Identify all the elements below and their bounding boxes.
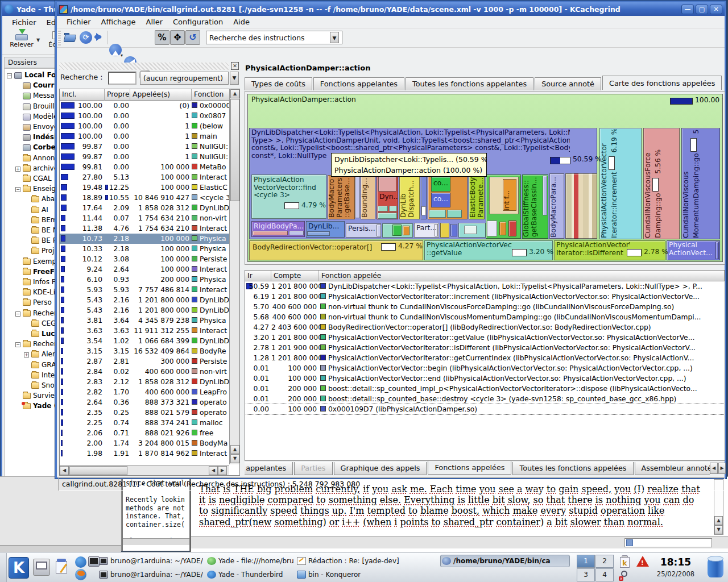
treemap-block[interactable] (307, 231, 330, 236)
function-row[interactable]: 6.100.93200 000Physica (60, 275, 230, 285)
event-type-combo[interactable]: Recherche des instructions ▼ (206, 31, 342, 44)
function-row[interactable]: 99.810.00100 000MetaBo (60, 162, 230, 172)
desktop-pager[interactable]: 1234 (577, 555, 614, 581)
tb-menu-Fichier[interactable]: Fichier (7, 17, 42, 28)
taskbar-button[interactable]: bin - Konqueror (296, 568, 439, 581)
treemap-block[interactable] (543, 176, 547, 215)
folder-item[interactable]: Modèle (33, 113, 57, 120)
taskbar-button[interactable]: Rédaction : Re: [yade-dev] (296, 555, 439, 567)
taskbar-button[interactable]: /home/bruno/YADE/bin/ca (440, 555, 570, 567)
folder-item[interactable]: Indési (33, 133, 56, 141)
treemap-block[interactable] (450, 224, 457, 236)
function-row[interactable]: 11.384.761 754 634 210Interact (60, 223, 230, 234)
treemap-block[interactable] (389, 206, 397, 211)
folder-item[interactable]: Yade ( (33, 402, 57, 410)
function-row[interactable]: 99.870.001NullGUI: (60, 152, 230, 162)
klipper-tray-icon[interactable]: k (619, 555, 631, 569)
column-header-Incl.[interactable]: Incl. (60, 89, 105, 101)
function-row[interactable]: 2.350.25888 021 579operato (60, 408, 230, 418)
kcachegrind-menubar[interactable]: FichierAffichageAllerConfigurationAide (57, 16, 725, 28)
treemap-block[interactable] (447, 210, 462, 218)
function-row[interactable]: 3.541.021 066 684 399DynLibD (60, 336, 230, 346)
kcg-menu-Affichage[interactable]: Affichage (96, 16, 141, 27)
open-file-icon[interactable] (64, 31, 77, 44)
get-mail-dropdown[interactable]: ▼ (36, 38, 40, 43)
function-row[interactable]: 1.981.911 870 814 962Interact (60, 448, 230, 459)
percentage-toggle[interactable]: % (155, 30, 169, 45)
function-row[interactable]: 100.000.00(0)0x00000 (60, 101, 230, 111)
panel-hide-button[interactable] (0, 553, 7, 582)
function-row[interactable]: 2.640.36888 373 321operato (60, 397, 230, 408)
function-row[interactable]: 3.633.6311 911 312 255Interact (60, 326, 230, 336)
callee-row[interactable]: 3.201 201 800 000PhysicalActionVectorVec… (245, 332, 725, 343)
device-tray-icon[interactable] (706, 555, 725, 581)
get-mail-button[interactable]: Relever (7, 30, 36, 48)
folder-item[interactable]: Annon (33, 154, 55, 162)
treemap-block[interactable] (378, 213, 397, 219)
tab-Carte des fonctions appelées[interactable]: Carte des fonctions appelées (602, 76, 722, 90)
function-row[interactable]: 2.821.70400 600 000LeapFro (60, 387, 230, 397)
kcg-menu-Aide[interactable]: Aide (228, 16, 255, 27)
kmenu-button[interactable]: K (9, 557, 29, 579)
kcg-menu-Configuration[interactable]: Configuration (168, 16, 228, 27)
function-row[interactable]: 100.000.001main (60, 131, 230, 142)
bottom-tab-Assembleur annoté[interactable]: Assembleur annoté (635, 462, 710, 475)
tabs-scroll-left[interactable]: ◀ (710, 463, 718, 474)
function-row[interactable]: 3.813.644 345 879 238Physica (60, 315, 230, 326)
function-row[interactable]: 100.000.001(below (60, 121, 230, 131)
column-header-Propre[interactable]: Propre (105, 89, 130, 101)
function-row[interactable]: 2.250.74888 374 241malloc (60, 418, 230, 428)
bottom-tab-Fonctions appelantes[interactable]: Fonctions appelantes (245, 462, 293, 475)
pager-desktop-4[interactable]: 4 (595, 568, 614, 581)
scroll-down-button[interactable]: ▼ (714, 525, 723, 534)
folder-item[interactable]: Recher (33, 309, 57, 317)
thunderbird-launcher-icon[interactable] (75, 556, 86, 568)
minimize-button[interactable]: — (681, 5, 694, 14)
toolbar-handle[interactable] (58, 31, 61, 45)
treemap-block[interactable] (487, 221, 497, 236)
function-row[interactable]: 18.8910.5510 846 910 427<cycle 3 (60, 193, 230, 203)
callee-row[interactable]: 0.01200 000boost::detail::sp_counted_bas… (245, 394, 725, 404)
go-up-icon[interactable]: ▾ (109, 44, 122, 56)
treemap-block[interactable] (421, 206, 426, 215)
clock[interactable]: 18:15 (653, 556, 698, 568)
klipper-icon[interactable] (55, 559, 71, 576)
folder-item[interactable]: Aba (42, 195, 55, 203)
close-button[interactable]: ✕ (710, 5, 722, 14)
bottom-tab-Toutes les fonctions appelées[interactable]: Toutes les fonctions appelées (512, 462, 633, 475)
function-row[interactable]: 2.840.02400 600 000non-virt (60, 367, 230, 377)
dock-close-button[interactable]: ✕ (231, 62, 239, 70)
list-column-Compte[interactable]: Compte (271, 271, 319, 281)
taskbar-button[interactable]: Yade - file:///home/bruno/YA (206, 555, 294, 567)
date[interactable]: 25/02/2008 (653, 570, 698, 578)
function-row[interactable]: 100.000.0010x0807 (60, 111, 230, 121)
callee-row[interactable]: 1.281 201 800 000PhysicalActionVectorVec… (245, 353, 725, 363)
tree-expander[interactable]: − (15, 311, 20, 317)
reload-icon[interactable]: ⟳ (80, 31, 92, 44)
function-row[interactable]: 19.4812.25100 000ElasticC (60, 182, 230, 193)
scroll-down-icon[interactable]: ▼ (230, 454, 239, 463)
grouping-combo[interactable]: (aucun regroupement) (140, 72, 229, 85)
folder-item[interactable]: Sno (42, 381, 55, 389)
folder-item[interactable]: Recher (33, 340, 57, 348)
pager-desktop-1[interactable]: 1 (577, 555, 595, 568)
tree-expander[interactable]: − (15, 342, 20, 347)
treemap-block[interactable] (378, 206, 388, 211)
function-row[interactable]: 17.642.091 858 028 312DynLibD (60, 203, 230, 213)
function-row[interactable]: 27.805.13100 000Interact (60, 172, 230, 182)
cycle-detection-toggle[interactable]: ↺ (185, 30, 200, 45)
treemap-block[interactable] (289, 231, 304, 235)
bottom-tab-Graphique des appels[interactable]: Graphique des appels (334, 462, 427, 475)
function-row[interactable]: 2.001.743 204 800 015BodyMa (60, 438, 230, 448)
dock-handle[interactable] (59, 63, 229, 70)
firefox-launcher-icon[interactable] (75, 569, 86, 580)
tree-expander[interactable]: − (7, 73, 12, 78)
function-row[interactable]: 9.242.64100 000Interact (60, 264, 230, 275)
folder-item[interactable]: AI (42, 206, 48, 214)
kcg-menu-Fichier[interactable]: Fichier (61, 16, 96, 27)
folder-item[interactable]: Luc (42, 330, 55, 338)
bottom-tab-Parties[interactable]: Parties (294, 462, 332, 475)
folder-item[interactable]: Local Fo (24, 71, 56, 79)
taskbar-button[interactable]: bruno@r1arduina: ~/YADE/ (98, 568, 204, 581)
treemap-block[interactable] (378, 177, 396, 192)
